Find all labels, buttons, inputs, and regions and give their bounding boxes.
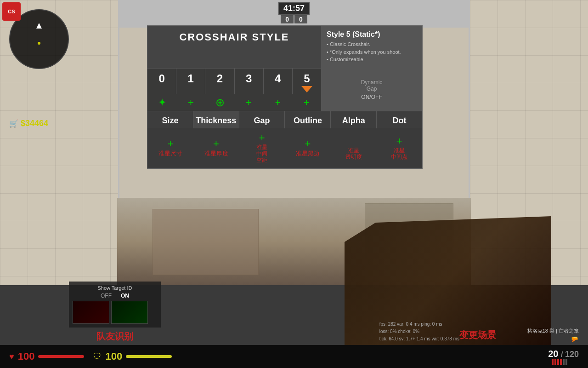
timer-box: 41:57 0 0	[278, 2, 310, 23]
attr-outline-label: Outline	[287, 116, 328, 126]
teammate-section: Show Target ID OFF ON 队友识别	[69, 282, 161, 343]
gun-name: 格洛克18 梨 | 亡者之箪	[527, 328, 579, 334]
dynamic-gap-toggle[interactable]: ON/OFF	[361, 94, 382, 100]
num-label-3: 3	[235, 72, 263, 85]
money-display: 🛒 $34464	[9, 119, 48, 128]
crosshair-icon-gap: +	[259, 133, 265, 143]
num-label-2: 2	[205, 72, 234, 85]
attr-thickness[interactable]: Thickness	[193, 111, 239, 128]
outline-cn-label: 准星黑边	[296, 150, 320, 157]
change-scene-button[interactable]: 变更场景	[459, 329, 496, 341]
crosshair-icon-outline: +	[305, 139, 311, 149]
number-cell-1[interactable]: 1	[176, 69, 205, 94]
money-value: $34464	[21, 119, 48, 128]
number-cells-area: 0 1 2 3 4 5	[147, 69, 321, 111]
icons-row: + 准星尺寸 + 准星厚度 + 准星中间空距 + 准星黑边 + 准星透明度 + …	[147, 128, 422, 168]
attr-dot[interactable]: Dot	[377, 111, 422, 128]
style-info-panel: Style 5 (Static*) • Classic Crosshair. •…	[321, 26, 422, 68]
size-cn-label: 准星尺寸	[158, 150, 182, 157]
dynamic-gap-label: DynamicGap	[361, 79, 383, 92]
preview-1: +	[176, 94, 205, 111]
number-cell-5[interactable]: 5	[293, 69, 321, 94]
toggle-on-label[interactable]: ON	[121, 293, 129, 299]
ammo-bars	[552, 359, 579, 365]
attr-outline[interactable]: Outline	[285, 111, 331, 128]
gun-display: 格洛克18 梨 | 亡者之箪 🔫	[527, 328, 579, 343]
timer-display: 41:57	[278, 2, 310, 15]
attr-alpha[interactable]: Alpha	[331, 111, 377, 128]
tp-toggle-row: OFF ON	[73, 293, 157, 299]
teammate-img-right-inner	[112, 301, 147, 323]
ch-icon-4: +	[275, 98, 281, 107]
crosshair-icon-thickness: +	[213, 139, 219, 149]
preview-4: +	[263, 94, 292, 111]
number-cell-2[interactable]: 2	[205, 69, 234, 94]
teammate-label: 队友识别	[69, 330, 161, 343]
number-label-row: 0 1 2 3 4 5	[147, 69, 321, 94]
attr-size[interactable]: Size	[147, 111, 193, 128]
building-left	[153, 209, 259, 275]
toggle-off-label[interactable]: OFF	[101, 293, 112, 299]
num-label-1: 1	[176, 72, 205, 85]
ammo-seg-4	[560, 359, 562, 365]
armor-display: 🛡 100	[93, 351, 172, 362]
num-label-5: 5	[293, 72, 321, 85]
ammo-seg-3	[557, 359, 559, 365]
style-desc-1: • Classic Crosshair.	[327, 40, 417, 48]
number-cell-0[interactable]: 0	[147, 69, 176, 94]
preview-5: +	[292, 94, 321, 111]
crosshair-icon-dot: +	[396, 136, 402, 146]
score-row: 0 0	[281, 15, 307, 23]
attr-alpha-label: Alpha	[333, 116, 374, 126]
middle-row: 0 1 2 3 4 5	[147, 68, 422, 111]
radar-arrow	[36, 23, 42, 29]
teammate-preview	[73, 301, 157, 324]
panel-header: Crosshair Style Style 5 (Static*) • Clas…	[147, 26, 422, 68]
cs-logo: CS	[2, 2, 21, 21]
icon-gap: + 准星中间空距	[239, 130, 285, 167]
radar-player-dot	[38, 42, 40, 45]
armor-icon: 🛡	[93, 352, 102, 362]
number-cell-3[interactable]: 3	[235, 69, 264, 94]
preview-3: +	[234, 94, 263, 111]
crosshair-style-panel: Crosshair Style Style 5 (Static*) • Clas…	[147, 25, 423, 169]
icon-outline: + 准星黑边	[285, 130, 331, 167]
health-icon: ♥	[9, 352, 14, 362]
style-desc-3: • Customizeable.	[327, 56, 417, 63]
crosshair-preview-row: ✦ + ⊕ + + +	[147, 94, 321, 111]
perf-fps: fps: 282 var: 0.4 ms ping: 0 ms	[379, 321, 459, 328]
attr-size-label: Size	[149, 116, 191, 126]
crosshair-icon-size: +	[167, 139, 173, 149]
preview-0: ✦	[147, 94, 176, 111]
ch-icon-1: +	[188, 98, 194, 108]
number-cell-4[interactable]: 4	[264, 69, 293, 94]
attr-gap[interactable]: Gap	[239, 111, 285, 128]
ch-icon-2: ⊕	[215, 97, 225, 108]
health-display: ♥ 100	[9, 351, 84, 362]
ammo-current: 20	[548, 349, 558, 359]
show-target-id-label: Show Target ID	[73, 285, 157, 291]
icon-dot: + 准星中间点	[376, 130, 422, 167]
armor-value: 100	[105, 351, 122, 362]
cart-icon: 🛒	[9, 119, 18, 128]
score-left: 0	[281, 15, 294, 23]
ammo-display: 20 / 120	[548, 349, 579, 365]
ch-icon-0: ✦	[158, 98, 166, 108]
gun-icon: 🔫	[571, 335, 579, 343]
attr-dot-label: Dot	[379, 116, 420, 126]
health-value: 100	[18, 351, 35, 362]
style-name: Style 5 (Static*)	[327, 30, 417, 39]
health-bar	[38, 355, 84, 358]
perf-tick: tick: 64.0 sv: 1.7+ 1.4 ms var: 0.378 ms	[379, 335, 459, 343]
teammate-img-right	[111, 301, 148, 324]
ammo-seg-1	[552, 359, 554, 365]
icon-alpha: + 准星透明度	[331, 130, 377, 167]
dynamic-gap-panel: DynamicGap ON/OFF	[321, 69, 422, 111]
panel-title-area: Crosshair Style	[147, 26, 321, 68]
perf-loss: loss: 0% choke: 0%	[379, 328, 459, 335]
panel-title: Crosshair Style	[179, 31, 289, 43]
attr-gap-label: Gap	[241, 116, 283, 126]
attributes-row: Size Thickness Gap Outline Alpha Dot	[147, 111, 422, 128]
icon-size: + 准星尺寸	[147, 130, 193, 167]
preview-2: ⊕	[205, 94, 234, 111]
